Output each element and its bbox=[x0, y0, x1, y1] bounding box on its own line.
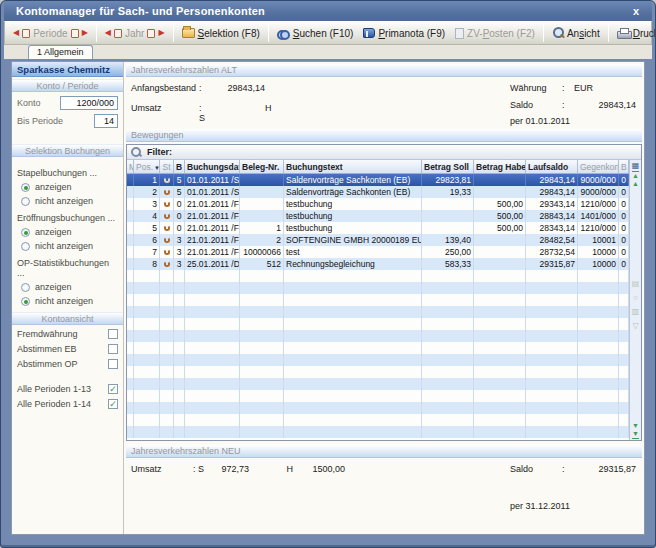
status-icon bbox=[164, 261, 170, 267]
tab-allgemein[interactable]: 1 Allgemein bbox=[28, 45, 93, 59]
checkbox-row[interactable]: Alle Perioden 1-14 ✓ bbox=[17, 399, 118, 409]
radio-option[interactable]: nicht anzeigen bbox=[21, 241, 118, 251]
column-header-text[interactable]: Buchungstext bbox=[284, 160, 422, 173]
go-first-icon[interactable]: ▲ bbox=[632, 171, 639, 180]
checkbox-row[interactable]: Alle Perioden 1-13 ✓ bbox=[17, 384, 118, 394]
checkbox-icon[interactable]: ✓ bbox=[108, 344, 118, 354]
checkbox-row[interactable]: Abstimmen EB ✓ bbox=[17, 344, 118, 354]
table-row[interactable] bbox=[127, 282, 629, 294]
column-header-gegen[interactable]: Gegenkonto bbox=[578, 160, 619, 173]
status-icon bbox=[164, 189, 170, 195]
table-row[interactable]: 7321.01.2011 /Fr10000066test250,0028732,… bbox=[127, 246, 629, 258]
konto-label: Konto bbox=[17, 98, 60, 108]
saldo-label: Saldo bbox=[510, 100, 562, 111]
toolbar-separator bbox=[543, 24, 544, 42]
radio-icon[interactable] bbox=[21, 228, 30, 237]
column-header-soll[interactable]: Betrag Soll bbox=[422, 160, 474, 173]
suchen-button[interactable]: Suchen (F10) bbox=[272, 26, 359, 41]
page-up-icon[interactable]: ▲ bbox=[632, 180, 639, 188]
radio-icon[interactable] bbox=[21, 297, 30, 306]
status-icon bbox=[164, 249, 170, 255]
grid-body: 1501.01.2011 /SaSaldenvorträge Sachkonte… bbox=[127, 174, 629, 440]
zv-posten-button[interactable]: ZV-Posten (F2) bbox=[450, 26, 540, 41]
toolbar-separator bbox=[268, 24, 269, 42]
konto-input[interactable]: 1200/000 bbox=[60, 96, 118, 110]
toolbar: ◀ Periode ▶ ◀ Jahr ▶ Selektion (F8) Such… bbox=[4, 21, 652, 45]
table-row[interactable]: 3021.01.2011 /Frtestbuchung500,0029343,1… bbox=[127, 198, 629, 210]
section-bewegungen: Bewegungen bbox=[126, 129, 642, 142]
table-row[interactable] bbox=[127, 426, 629, 438]
table-row[interactable]: 6321.01.2011 /Fr2SOFTENGINE GMBH 2000018… bbox=[127, 234, 629, 246]
jahr-prev-button[interactable]: ◀ Jahr ▶ bbox=[100, 26, 170, 41]
table-row[interactable] bbox=[127, 414, 629, 426]
table-row[interactable] bbox=[127, 390, 629, 402]
column-header-pos[interactable]: Pos.▼ bbox=[134, 160, 160, 173]
table-row[interactable] bbox=[127, 366, 629, 378]
column-header-b[interactable]: B bbox=[174, 160, 185, 173]
column-header-b2[interactable]: B bbox=[619, 160, 629, 173]
close-icon[interactable]: x bbox=[628, 5, 644, 17]
umsatz-haben-value: 1500,00 bbox=[293, 464, 345, 532]
checkbox-row[interactable]: Abstimmen OP ✓ bbox=[17, 359, 118, 369]
page-down-icon[interactable]: ▼ bbox=[632, 422, 639, 430]
table-row[interactable] bbox=[127, 306, 629, 318]
radio-icon[interactable] bbox=[21, 183, 30, 192]
umsatz-soll-value: 972,73 bbox=[207, 464, 249, 532]
radio-option[interactable]: anzeigen bbox=[21, 227, 118, 237]
grid-tool-icon[interactable]: ▤ bbox=[632, 280, 640, 288]
table-row[interactable] bbox=[127, 342, 629, 354]
filter-bar[interactable]: Filter: bbox=[127, 145, 641, 160]
arrow-left-icon: ◀ bbox=[105, 29, 111, 37]
column-header-haben[interactable]: Betrag Haben bbox=[474, 160, 526, 173]
title-bar[interactable]: Kontomanager für Sach- und Personenkonte… bbox=[4, 1, 652, 21]
checkbox-icon[interactable]: ✓ bbox=[108, 399, 118, 409]
table-row[interactable] bbox=[127, 294, 629, 306]
table-row[interactable]: 1501.01.2011 /SaSaldenvorträge Sachkonte… bbox=[127, 174, 629, 186]
table-row[interactable]: 8325.01.2011 /Di512Rechnungsbegleichung5… bbox=[127, 258, 629, 270]
year-box-icon bbox=[147, 29, 155, 38]
selektion-button[interactable]: Selektion (F8) bbox=[177, 26, 265, 41]
table-row[interactable] bbox=[127, 318, 629, 330]
table-row[interactable] bbox=[127, 378, 629, 390]
table-row[interactable] bbox=[127, 270, 629, 282]
radio-icon[interactable] bbox=[21, 197, 30, 206]
ansicht-button[interactable]: Ansicht bbox=[547, 25, 605, 41]
column-header-lauf[interactable]: Laufsaldo bbox=[526, 160, 578, 173]
saldo-neu-value: 29315,87 bbox=[574, 464, 636, 495]
search-tool-icon[interactable]: ○ bbox=[633, 294, 638, 302]
table-row[interactable]: 2501.01.2011 /SaSaldenvorträge Sachkonte… bbox=[127, 186, 629, 198]
column-header-m[interactable]: M bbox=[127, 160, 134, 173]
primanota-button[interactable]: Primanota (F9) bbox=[358, 26, 450, 41]
edit-tool-icon[interactable]: ▥ bbox=[632, 308, 640, 316]
radio-option[interactable]: nicht anzeigen bbox=[21, 196, 118, 206]
group-label-stapelbuchungen: Stapelbuchungen ... bbox=[17, 168, 118, 178]
umsatz-neu-label: Umsatz bbox=[131, 464, 193, 532]
grid-scrollbar[interactable]: ▦ ▲ ▲ ▤ ○ ▥ ▽ bbox=[629, 160, 641, 440]
radio-option[interactable]: nicht anzeigen bbox=[21, 296, 118, 306]
tab-bar: 1 Allgemein bbox=[4, 45, 652, 59]
go-last-icon[interactable]: ▼ bbox=[632, 430, 639, 439]
table-row[interactable] bbox=[127, 330, 629, 342]
table-row[interactable] bbox=[127, 402, 629, 414]
main-frame: Sparkasse Chemnitz Konto / Periode Konto… bbox=[4, 59, 652, 543]
table-row[interactable]: 4021.01.2011 /Frtestbuchung500,0028843,1… bbox=[127, 210, 629, 222]
table-row[interactable] bbox=[127, 354, 629, 366]
checkbox-icon[interactable]: ✓ bbox=[108, 384, 118, 394]
periode-prev-button[interactable]: ◀ Periode ▶ bbox=[8, 26, 93, 41]
column-picker-icon[interactable]: ▦ bbox=[632, 161, 640, 170]
drucken-button[interactable]: Drucken bbox=[612, 26, 656, 41]
document-icon bbox=[455, 28, 464, 39]
filter-tool-icon[interactable]: ▽ bbox=[632, 322, 638, 330]
column-header-st[interactable]: St bbox=[160, 160, 174, 173]
checkbox-row[interactable]: Fremdwährung ✓ bbox=[17, 329, 118, 339]
table-row[interactable]: 5021.01.2011 /Fr1testbuchung500,0028343,… bbox=[127, 222, 629, 234]
radio-option[interactable]: anzeigen bbox=[21, 282, 118, 292]
radio-icon[interactable] bbox=[21, 242, 30, 251]
checkbox-icon[interactable]: ✓ bbox=[108, 359, 118, 369]
checkbox-icon[interactable]: ✓ bbox=[108, 329, 118, 339]
bis-periode-input[interactable]: 14 bbox=[94, 114, 118, 128]
column-header-beleg[interactable]: Beleg-Nr. bbox=[240, 160, 284, 173]
radio-icon[interactable] bbox=[21, 283, 30, 292]
column-header-datum[interactable]: Buchungsdatum bbox=[185, 160, 240, 173]
radio-option[interactable]: anzeigen bbox=[21, 182, 118, 192]
